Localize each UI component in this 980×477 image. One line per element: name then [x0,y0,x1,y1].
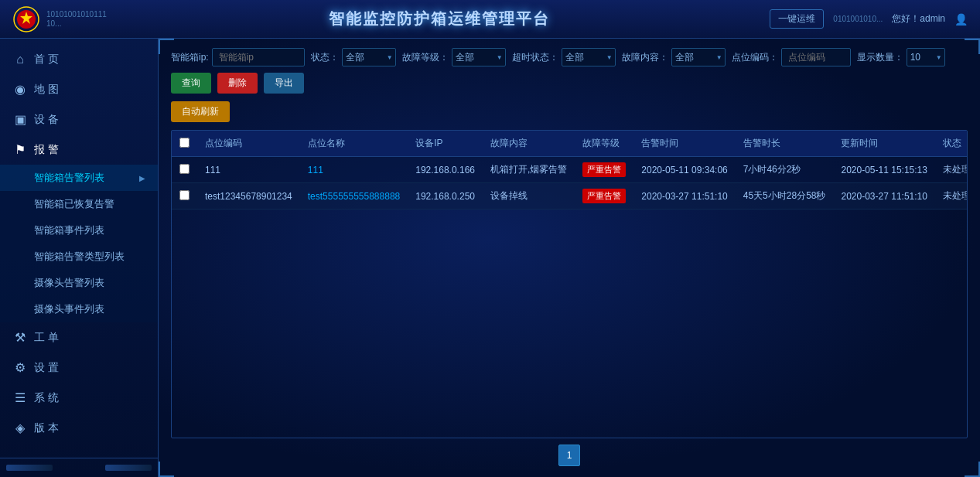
header-binary: 1010100101011110... [46,10,108,29]
table-row: 111 111 192.168.0.166 机箱打开,烟雾告警 严重告警 202… [172,157,968,183]
user-icon: 👤 [954,13,968,26]
sidebar-item-home[interactable]: ⌂ 首 页 [0,45,158,74]
row2-point-code: test12345678901234 [197,183,300,210]
auto-refresh-container: 自动刷新 [171,101,968,125]
home-icon: ⌂ [12,53,28,66]
th-device-ip: 设备IP [408,131,483,157]
table-header: 点位编码 点位名称 设备IP 故障内容 故障等级 告警时间 告警时长 更新时间 … [172,131,968,157]
delete-button[interactable]: 删除 [217,73,258,94]
row2-status: 未处理 [935,183,968,210]
row2-device-ip: 192.168.0.250 [408,183,483,210]
row1-update-time: 2020-05-11 15:15:13 [833,157,934,183]
status-label: 状态： [311,51,339,64]
sidebar-sub-event-list[interactable]: 智能箱事件列表 [0,217,158,244]
sidebar-item-system[interactable]: ☰ 系 统 [0,383,158,413]
sidebar-label-version: 版 本 [34,421,59,435]
row2-alarm-time: 2020-03-27 11:51:10 [633,183,735,210]
sidebar-item-alarm[interactable]: ⚑ 报 警 [0,135,158,165]
table-body: 111 111 192.168.0.166 机箱打开,烟雾告警 严重告警 202… [172,157,968,210]
sub-label-smart-alarm: 智能箱告警列表 [34,171,104,185]
point-code-input[interactable] [781,48,851,66]
th-update-time: 更新时间 [833,131,934,157]
sidebar-label-system: 系 统 [34,391,59,405]
timeout-select[interactable]: 全部 [562,48,616,66]
row1-checkbox-cell [172,157,197,183]
timeout-label: 超时状态： [512,51,558,64]
version-icon: ◈ [12,421,28,435]
row1-point-name[interactable]: 111 [300,157,408,183]
alarm-table-container: 点位编码 点位名称 设备IP 故障内容 故障等级 告警时间 告警时长 更新时间 … [171,130,968,438]
deco-block-left [6,465,53,471]
row1-checkbox[interactable] [179,164,190,174]
header-binary2: 0101001010... [833,15,883,23]
status-select[interactable]: 全部 [342,48,396,66]
sidebar-item-settings[interactable]: ⚙ 设 置 [0,353,158,383]
row1-alarm-duration: 7小时46分2秒 [736,157,834,183]
ip-input[interactable] [212,48,305,66]
device-icon: ▣ [12,112,28,127]
th-point-name: 点位名称 [300,131,408,157]
main-content: 智能箱ip: 状态： 全部 故障等级： 全部 [159,39,980,477]
filter-timeout: 超时状态： 全部 [512,48,616,66]
row2-point-name[interactable]: test555555555888888 [300,183,408,210]
sidebar-sub-menu: 智能箱告警列表 ▶ 智能箱已恢复告警 智能箱事件列表 智能箱告警类型列表 摄像头… [0,165,158,322]
deco-block-right [105,465,152,471]
sidebar-sub-camera-event[interactable]: 摄像头事件列表 [0,296,158,322]
sidebar-item-version[interactable]: ◈ 版 本 [0,413,158,443]
alarm-table: 点位编码 点位名称 设备IP 故障内容 故障等级 告警时间 告警时长 更新时间 … [172,131,968,210]
export-button[interactable]: 导出 [264,73,304,94]
filter-point-code: 点位编码： [732,48,851,66]
map-icon: ◉ [12,82,28,97]
sidebar-item-work[interactable]: ⚒ 工 单 [0,322,158,353]
auto-refresh-button[interactable]: 自动刷新 [171,101,230,122]
sidebar-item-device[interactable]: ▣ 设 备 [0,104,158,135]
th-alarm-duration: 告警时长 [736,131,834,157]
sub-label-type: 智能箱告警类型列表 [34,250,125,264]
ip-label: 智能箱ip: [171,51,209,64]
query-button[interactable]: 查询 [171,73,211,94]
sub-label-camera-event: 摄像头事件列表 [34,302,104,316]
row1-status: 未处理 [935,157,968,183]
fault-level-select[interactable]: 全部 [452,48,506,66]
sidebar-sub-smart-alarm-list[interactable]: 智能箱告警列表 ▶ [0,165,158,191]
sidebar-sub-restored[interactable]: 智能箱已恢复告警 [0,191,158,217]
sidebar-label-settings: 设 置 [34,361,59,375]
arrow-icon: ▶ [139,174,145,182]
row1-point-code: 111 [197,157,300,183]
display-count-select[interactable]: 10 20 50 100 [907,48,945,66]
sidebar: ⌂ 首 页 ◉ 地 图 ▣ 设 备 ⚑ 报 警 智能箱告警列表 ▶ 智能箱已恢复… [0,39,159,477]
row2-checkbox[interactable] [179,190,190,200]
header-logo: 1010100101011110... [12,5,108,33]
row2-checkbox-cell [172,183,197,210]
timeout-wrapper: 全部 [562,48,616,66]
header-title: 智能监控防护箱运维管理平台 [108,9,770,29]
point-code-label: 点位编码： [732,51,778,64]
sidebar-sub-camera-alarm[interactable]: 摄像头告警列表 [0,270,158,296]
sub-label-camera-alarm: 摄像头告警列表 [34,276,104,290]
th-point-code: 点位编码 [197,131,300,157]
table-row: test12345678901234 test555555555888888 1… [172,183,968,210]
one-key-button[interactable]: 一键运维 [770,9,824,29]
fault-content-select[interactable]: 全部 [671,48,726,66]
logo-emblem [12,5,40,33]
row2-alarm-duration: 45天5小时28分58秒 [736,183,834,210]
sidebar-label-home: 首 页 [34,53,59,66]
settings-icon: ⚙ [12,360,28,375]
sidebar-sub-alarm-type[interactable]: 智能箱告警类型列表 [0,244,158,270]
row2-fault-badge: 严重告警 [582,189,626,203]
th-checkbox [172,131,197,157]
row2-update-time: 2020-03-27 11:51:10 [833,183,934,210]
row1-alarm-time: 2020-05-11 09:34:06 [633,157,735,183]
row1-fault-badge: 严重告警 [582,162,626,177]
filter-bar: 智能箱ip: 状态： 全部 故障等级： 全部 [171,48,968,94]
sub-label-event: 智能箱事件列表 [34,223,104,237]
header-right: 一键运维 0101001010... 您好！admin 👤 [770,9,968,29]
select-all-checkbox[interactable] [179,138,190,148]
page-btn-1[interactable]: 1 [558,445,580,466]
work-icon: ⚒ [12,330,28,345]
sidebar-label-map: 地 图 [34,83,59,97]
sub-label-restored: 智能箱已恢复告警 [34,197,114,211]
fault-level-label: 故障等级： [402,51,449,64]
main-layout: ⌂ 首 页 ◉ 地 图 ▣ 设 备 ⚑ 报 警 智能箱告警列表 ▶ 智能箱已恢复… [0,39,980,477]
sidebar-item-map[interactable]: ◉ 地 图 [0,74,158,104]
